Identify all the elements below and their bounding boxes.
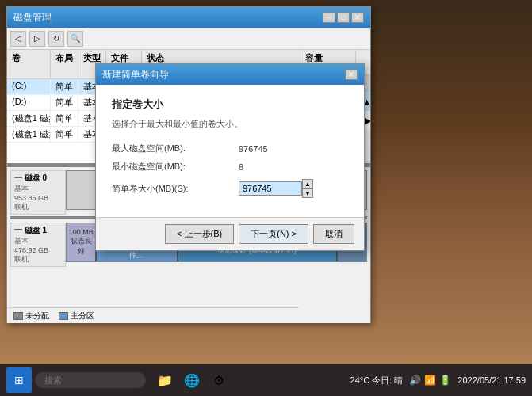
cell-vol: (磁盘1 磁盘分区 4) xyxy=(7,111,51,126)
legend-unallocated-label: 未分配 xyxy=(25,310,49,322)
disk-0-size: 953.85 GB xyxy=(14,194,62,202)
taskbar: ⊞ 📁 🌐 ⚙ 24°C 今日: 晴 🔊 📶 🔋 2022/05/21 17:5… xyxy=(0,364,532,396)
legend-primary-color xyxy=(59,312,68,320)
header-vol: 卷 xyxy=(7,50,51,78)
taskbar-browser-icon[interactable]: 🌐 xyxy=(179,367,205,393)
taskbar-settings-icon[interactable]: ⚙ xyxy=(206,367,232,393)
disk-1-label: 一 磁盘 1 基本 476.92 GB 联机 xyxy=(10,223,66,267)
field-label-min: 最小磁盘空间(MB): xyxy=(112,161,239,173)
wizard-titlebar: 新建简单卷向导 ✕ xyxy=(96,64,364,85)
disk-1-size: 476.92 GB xyxy=(14,246,62,254)
wizard-dialog: 新建简单卷向导 ✕ 指定卷大小 选择介于最大和最小值的卷大小。 最大磁盘空间(M… xyxy=(95,63,365,251)
field-value-min: 8 xyxy=(239,162,243,172)
wizard-field-size: 简单卷大小(MB)(S): ▲ ▼ xyxy=(112,179,348,198)
network-icon[interactable]: 📶 xyxy=(424,375,436,386)
disk-0-mode: 联机 xyxy=(14,202,62,212)
close-button[interactable]: ✕ xyxy=(351,12,364,23)
wizard-field-max: 最大磁盘空间(MB): 976745 xyxy=(112,143,348,154)
disk-0-type: 基本 xyxy=(14,184,62,194)
taskbar-file-icon[interactable]: 📁 xyxy=(152,367,178,393)
wizard-section-title: 指定卷大小 xyxy=(112,97,348,112)
taskbar-right: 24°C 今日: 晴 🔊 📶 🔋 2022/05/21 17:59 xyxy=(350,375,526,386)
size-input[interactable] xyxy=(239,181,302,196)
window-title: 磁盘管理 xyxy=(13,11,52,25)
cell-vol: (D:) xyxy=(7,95,51,110)
size-spinner: ▲ ▼ xyxy=(239,179,313,198)
next-button[interactable]: 下一页(N) > xyxy=(239,224,308,244)
part-status: 状态良好 xyxy=(68,236,94,257)
wizard-title: 新建简单卷向导 xyxy=(102,68,169,82)
spinner-up-button[interactable]: ▲ xyxy=(302,179,313,188)
taskbar-weather: 24°C 今日: 晴 xyxy=(350,375,404,386)
taskbar-sys-icons: 🔊 📶 🔋 xyxy=(409,375,451,386)
disk-1-type: 基本 xyxy=(14,236,62,246)
legend-primary-label: 主分区 xyxy=(71,310,94,322)
disk-1-efi-partition[interactable]: 100 MB 状态良好 xyxy=(67,223,97,261)
back-icon[interactable]: ◁ xyxy=(10,31,26,47)
minimize-button[interactable]: ─ xyxy=(323,12,335,23)
disk-1-title: 一 磁盘 1 xyxy=(14,225,62,236)
prev-button[interactable]: < 上一步(B) xyxy=(165,224,234,244)
wizard-close-button[interactable]: ✕ xyxy=(345,69,358,80)
disk-0-label: 一 磁盘 0 基本 953.85 GB 联机 xyxy=(10,170,66,215)
cell-vol: (C:) xyxy=(7,79,51,94)
cell-layout: 简单 xyxy=(51,127,78,142)
disk-1-mode: 联机 xyxy=(14,254,62,265)
field-value-max: 976745 xyxy=(239,144,268,154)
refresh-icon[interactable]: ↻ xyxy=(48,31,64,47)
volume-icon[interactable]: 🔊 xyxy=(409,375,421,386)
cell-layout: 简单 xyxy=(51,95,78,110)
wizard-footer: < 上一步(B) 下一页(N) > 取消 xyxy=(96,217,364,250)
disk-0-title: 一 磁盘 0 xyxy=(14,173,62,184)
cell-vol: (磁盘1 磁盘分区 5) xyxy=(7,127,51,142)
start-button[interactable]: ⊞ xyxy=(6,367,32,393)
taskbar-search-input[interactable] xyxy=(35,372,146,388)
legend-unallocated: 未分配 xyxy=(13,310,49,322)
cell-layout: 简单 xyxy=(51,111,78,126)
wizard-section-desc: 选择介于最大和最小值的卷大小。 xyxy=(112,118,348,130)
header-layout: 布局 xyxy=(51,50,78,78)
cell-layout: 简单 xyxy=(51,79,78,94)
start-icon: ⊞ xyxy=(14,374,24,386)
legend-unallocated-color xyxy=(13,312,23,320)
window-titlebar: 磁盘管理 ─ □ ✕ xyxy=(7,7,370,28)
legend-bar: 未分配 主分区 xyxy=(7,307,299,323)
titlebar-controls: ─ □ ✕ xyxy=(323,12,364,23)
wizard-field-min: 最小磁盘空间(MB): 8 xyxy=(112,161,348,173)
spinner-down-button[interactable]: ▼ xyxy=(302,188,313,198)
wizard-content: 指定卷大小 选择介于最大和最小值的卷大小。 最大磁盘空间(MB): 976745… xyxy=(96,85,364,217)
maximize-button[interactable]: □ xyxy=(337,12,350,23)
part-size: 100 MB xyxy=(69,228,94,236)
legend-primary: 主分区 xyxy=(59,310,94,322)
battery-icon[interactable]: 🔋 xyxy=(439,375,451,386)
forward-icon[interactable]: ▷ xyxy=(29,31,45,47)
taskbar-app-icons: 📁 🌐 ⚙ xyxy=(152,367,232,393)
field-label-size: 简单卷大小(MB)(S): xyxy=(112,183,239,195)
taskbar-datetime: 2022/05/21 17:59 xyxy=(457,375,526,385)
field-label-max: 最大磁盘空间(MB): xyxy=(112,143,239,154)
search-icon[interactable]: 🔍 xyxy=(67,31,83,47)
op-more-arrow-icon: ▶ xyxy=(365,116,370,126)
window-toolbar: ◁ ▷ ↻ 🔍 xyxy=(7,28,370,50)
cancel-button[interactable]: 取消 xyxy=(313,224,354,244)
